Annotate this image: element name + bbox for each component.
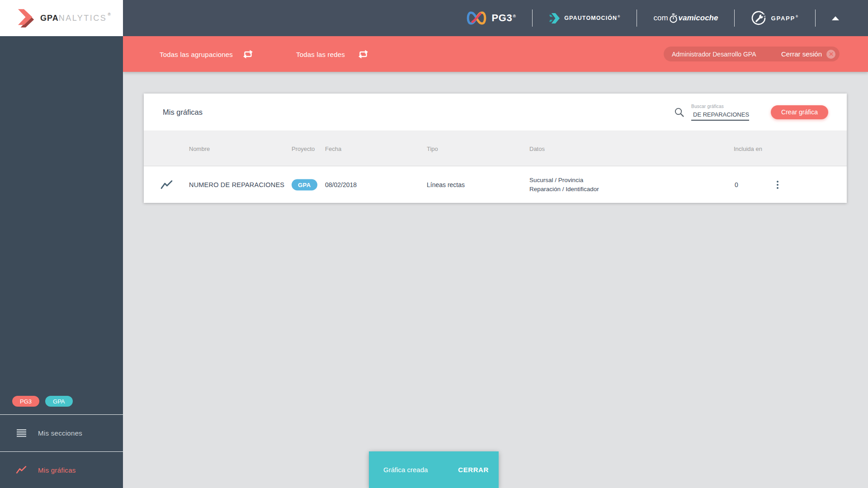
row-menu-button[interactable] (775, 179, 780, 191)
main-content: Mis gráficas Buscar gráficas Crear gráfi… (123, 72, 868, 488)
top-header: PG3® GPAUTOMOCIÓN® com (123, 0, 868, 36)
gpa-badge[interactable]: GPA (45, 396, 73, 407)
sidebar-item-mis-secciones[interactable]: Mis secciones (0, 415, 123, 451)
row-data-line2: Reparación / Identificador (529, 185, 599, 194)
create-chart-button[interactable]: Crear gráfica (771, 105, 828, 119)
gpapp-logo[interactable]: GPAPP® (751, 10, 799, 26)
filter-bar: Todas las agrupaciones Todas las redes A… (123, 36, 868, 72)
collapse-header-arrow-icon[interactable] (832, 16, 839, 20)
groupings-filter[interactable]: Todas las agrupaciones (160, 50, 233, 58)
sidebar-item-label: Mis gráficas (38, 466, 76, 474)
pg3-logo[interactable]: PG3® (466, 11, 516, 25)
column-datos: Datos (529, 145, 545, 152)
header-separator (637, 9, 637, 27)
card-header: Mis gráficas Buscar gráficas Crear gráfi… (144, 94, 847, 131)
sidebar-bottom: PG3 GPA Mis secciones (0, 396, 123, 488)
header-separator (734, 9, 735, 27)
chart-line-icon (160, 180, 173, 189)
logout-close-icon[interactable] (826, 50, 835, 59)
logout-label: Cerrar sesión (781, 50, 822, 58)
logout-button[interactable]: Cerrar sesión (781, 50, 835, 59)
compravamicoche-logo[interactable]: com vamicoche (653, 14, 718, 23)
column-tipo: Tipo (427, 145, 438, 152)
sidebar-item-label: Mis secciones (38, 429, 82, 437)
line-chart-icon (15, 466, 27, 474)
column-incluida-en: Incluida en (734, 145, 762, 152)
screen: GPA NALYTICS ® PG3® (0, 0, 868, 488)
gpapp-wrench-icon (751, 10, 766, 26)
search-field: Buscar gráficas (691, 104, 749, 121)
brand-name-light: NALYTICS (59, 14, 107, 23)
networks-filter[interactable]: Todas las redes (296, 50, 345, 58)
gpautomocion-logo[interactable]: GPAUTOMOCIÓN® (549, 13, 620, 24)
snackbar-close-button[interactable]: CERRAR (454, 462, 492, 477)
header-separator (532, 9, 533, 27)
project-badge: GPA (292, 179, 317, 190)
brand-name-bold: GPA (40, 14, 59, 23)
sidebar-item-mis-graficas[interactable]: Mis gráficas (0, 452, 123, 488)
sidebar: PG3 GPA Mis secciones (0, 36, 123, 488)
row-data-line1: Sucursal / Provincia (529, 176, 599, 185)
table-header: Nombre Proyecto Fecha Tipo Datos Incluid… (144, 131, 847, 166)
brand-arrow-icon (12, 8, 35, 28)
row-data: Sucursal / Provincia Reparación / Identi… (529, 176, 599, 194)
column-nombre: Nombre (189, 145, 210, 152)
pg3-badge[interactable]: PG3 (12, 396, 39, 407)
compravamicoche-suffix: vamicoche (679, 14, 718, 23)
gpautomocion-label: GPAUTOMOCIÓN® (564, 15, 620, 21)
charts-card: Mis gráficas Buscar gráficas Crear gráfi… (144, 94, 847, 203)
menu-icon (15, 429, 27, 437)
gpapp-label: GPAPP® (771, 15, 799, 22)
row-type: Líneas rectas (427, 181, 465, 188)
column-fecha: Fecha (325, 145, 341, 152)
sidebar-badges: PG3 GPA (0, 396, 123, 407)
networks-swap-icon[interactable] (357, 49, 369, 60)
snackbar-message: Gráfica creada (383, 466, 428, 474)
search-cluster: Buscar gráficas Crear gráfica (674, 104, 828, 121)
stopwatch-icon (669, 14, 678, 23)
brand-logo: GPA NALYTICS ® (0, 0, 123, 36)
search-input[interactable] (691, 111, 749, 121)
brand-name: GPA NALYTICS ® (40, 14, 111, 23)
row-included-count: 0 (735, 181, 738, 188)
header-separator (815, 9, 816, 27)
pg3-infinity-icon (466, 11, 487, 25)
snackbar: Gráfica creada CERRAR (369, 451, 499, 488)
row-name: NUMERO DE REPARACIONES (189, 181, 284, 188)
row-date: 08/02/2018 (325, 181, 357, 188)
pg3-label: PG3® (492, 12, 516, 24)
brand-registered: ® (108, 12, 111, 17)
compravamicoche-prefix: com (653, 14, 668, 23)
column-proyecto: Proyecto (292, 145, 315, 152)
search-icon[interactable] (674, 107, 684, 117)
user-session-pill: Administrador Desarrollo GPA Cerrar sesi… (664, 47, 840, 61)
table-row[interactable]: NUMERO DE REPARACIONES GPA 08/02/2018 Lí… (144, 166, 847, 203)
page-title: Mis gráficas (163, 108, 203, 117)
groupings-swap-icon[interactable] (242, 49, 254, 60)
search-label: Buscar gráficas (691, 104, 749, 109)
user-name: Administrador Desarrollo GPA (672, 51, 756, 58)
gpautomocion-arrow-icon (549, 13, 560, 24)
